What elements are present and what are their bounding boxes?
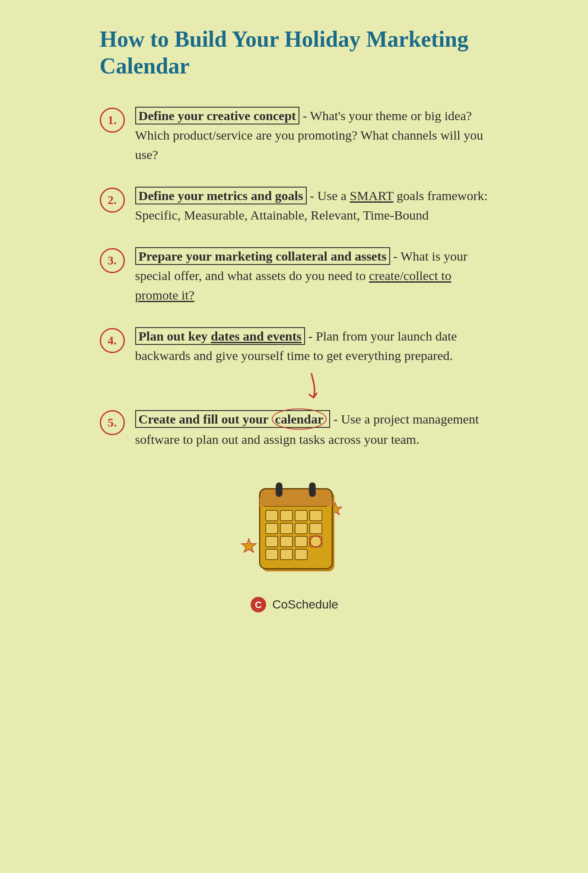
step-number-3: 3. [100,248,125,273]
cell-1-1 [266,510,278,521]
create-collect-underline: create/collect to promote it? [135,268,451,302]
step-4-title: Plan out key dates and events [135,327,305,345]
page-container: How to Build Your Holiday Marketing Cale… [100,26,489,847]
step-number-2: 2. [100,188,125,213]
dates-events-underline: dates and events [211,329,302,343]
branding-section: C CoSchedule [100,596,489,613]
cell-2-3 [295,523,307,534]
cell-2-1 [266,523,278,534]
steps-list: 1. Define your creative concept - What's… [100,106,489,365]
cell-1-2 [280,510,292,521]
step-3: 3. Prepare your marketing collateral and… [100,246,489,305]
page-title: How to Build Your Holiday Marketing Cale… [100,26,489,80]
coschedule-logo-icon: C [250,596,267,613]
cell-1-4 [310,510,322,521]
step-number-1: 1. [100,108,125,133]
cell-4-2 [280,549,292,560]
cell-1-3 [295,510,307,521]
svg-marker-0 [242,538,256,552]
arrow-container [134,370,489,404]
ring-left [276,483,282,497]
step-2-content: Define your metrics and goals - Use a SM… [135,186,489,225]
cell-3-3 [295,536,307,547]
cell-2-4 [310,523,322,534]
step-4-content: Plan out key dates and events - Plan fro… [135,326,489,365]
step-2-title: Define your metrics and goals [135,187,307,204]
smart-underline: SMART [350,188,394,203]
cell-4-3 [295,549,307,560]
cell-3-1 [266,536,278,547]
cell-2-2 [280,523,292,534]
calendar-illustration [100,466,489,579]
step-5: 5. Create and fill out your calendar - U… [100,408,489,449]
step-1-content: Define your creative concept - What's yo… [135,106,489,164]
step-5-title: Create and fill out your calendar [135,410,331,428]
step-1-title: Define your creative concept [135,107,300,124]
calendar-svg [229,466,359,579]
step-number-5: 5. [100,410,125,435]
cell-3-2 [280,536,292,547]
steps-list-2: 5. Create and fill out your calendar - U… [100,408,489,449]
step-1: 1. Define your creative concept - What's… [100,106,489,164]
step-5-content: Create and fill out your calendar - Use … [135,408,489,449]
calendar-circle: calendar [272,408,327,430]
arrow-icon [294,370,329,404]
svg-text:C: C [255,599,262,610]
left-star [242,538,256,552]
brand-name: CoSchedule [272,598,338,612]
calendar-header-bottom [260,497,332,506]
step-number-4: 4. [100,328,125,353]
step-2: 2. Define your metrics and goals - Use a… [100,186,489,225]
step-3-title: Prepare your marketing collateral and as… [135,247,390,265]
ring-right [309,483,315,497]
step-3-content: Prepare your marketing collateral and as… [135,246,489,305]
cell-4-1 [266,549,278,560]
step-4: 4. Plan out key dates and events - Plan … [100,326,489,365]
